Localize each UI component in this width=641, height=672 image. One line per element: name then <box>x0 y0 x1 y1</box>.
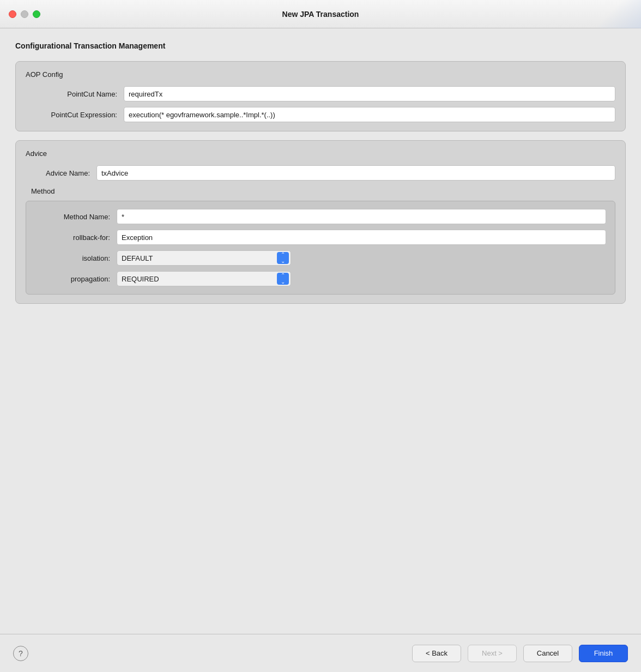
method-card: Method Name: rollback-for: isolation: DE… <box>26 201 615 295</box>
rollback-for-input[interactable] <box>117 230 606 245</box>
method-name-label: Method Name: <box>35 213 117 221</box>
rollback-for-row: rollback-for: <box>35 230 606 245</box>
propagation-label: propagation: <box>35 275 117 283</box>
pointcut-name-label: PointCut Name: <box>26 90 124 98</box>
advice-section: Advice Advice Name: Method Method Name: … <box>15 140 626 304</box>
isolation-label: isolation: <box>35 254 117 262</box>
finish-button[interactable]: Finish <box>579 645 628 662</box>
advice-title: Advice <box>26 149 615 158</box>
pointcut-expression-row: PointCut Expression: <box>26 107 615 122</box>
pointcut-expression-input[interactable] <box>124 107 615 122</box>
pointcut-expression-label: PointCut Expression: <box>26 111 124 119</box>
method-name-input[interactable] <box>117 209 606 224</box>
close-button[interactable] <box>9 10 16 18</box>
isolation-select[interactable]: DEFAULT READ_UNCOMMITTED READ_COMMITTED … <box>117 250 291 266</box>
advice-name-input[interactable] <box>96 165 615 181</box>
main-content: Configurational Transaction Management A… <box>0 28 641 634</box>
title-bar: New JPA Transaction <box>0 0 641 28</box>
bottom-bar: ? < Back Next > Cancel Finish <box>0 634 641 672</box>
help-button[interactable]: ? <box>13 646 28 661</box>
maximize-button[interactable] <box>33 10 40 18</box>
propagation-row: propagation: REQUIRED SUPPORTS MANDATORY… <box>35 271 606 286</box>
aop-config-title: AOP Config <box>26 70 615 79</box>
pointcut-name-input[interactable] <box>124 86 615 101</box>
isolation-select-wrapper: DEFAULT READ_UNCOMMITTED READ_COMMITTED … <box>117 250 291 266</box>
page-subtitle: Configurational Transaction Management <box>15 41 626 50</box>
cancel-button[interactable]: Cancel <box>523 645 572 662</box>
pointcut-name-row: PointCut Name: <box>26 86 615 101</box>
window-title: New JPA Transaction <box>282 10 359 19</box>
aop-config-section: AOP Config PointCut Name: PointCut Expre… <box>15 61 626 131</box>
method-name-row: Method Name: <box>35 209 606 224</box>
advice-name-row: Advice Name: <box>26 165 615 181</box>
method-group-title: Method <box>26 187 615 195</box>
rollback-for-label: rollback-for: <box>35 233 117 242</box>
advice-name-label: Advice Name: <box>26 169 96 177</box>
next-button: Next > <box>468 645 517 662</box>
isolation-row: isolation: DEFAULT READ_UNCOMMITTED READ… <box>35 250 606 266</box>
propagation-select[interactable]: REQUIRED SUPPORTS MANDATORY REQUIRES_NEW… <box>117 271 291 286</box>
traffic-lights <box>9 10 40 18</box>
back-button[interactable]: < Back <box>412 645 461 662</box>
minimize-button[interactable] <box>21 10 28 18</box>
propagation-select-wrapper: REQUIRED SUPPORTS MANDATORY REQUIRES_NEW… <box>117 271 291 286</box>
